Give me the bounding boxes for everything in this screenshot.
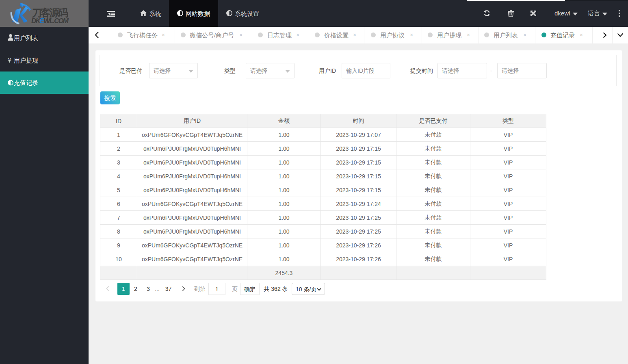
svg-text:DKEWL.COM: DKEWL.COM	[31, 17, 69, 24]
svg-text:刀客源码: 刀客源码	[31, 7, 68, 18]
